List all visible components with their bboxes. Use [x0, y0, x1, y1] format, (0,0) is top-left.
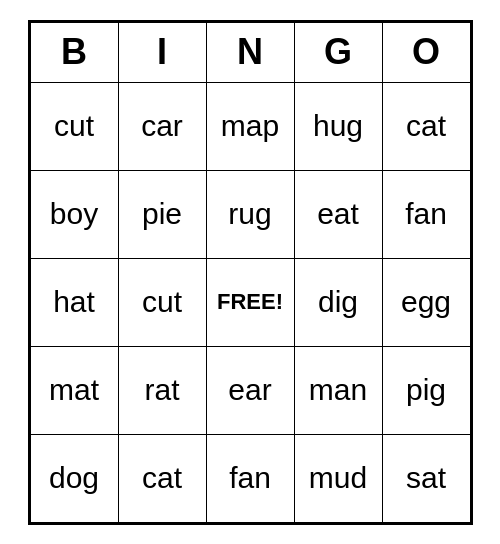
- cell-1-4: fan: [382, 170, 470, 258]
- cell-1-0: boy: [30, 170, 118, 258]
- header-i: I: [118, 22, 206, 82]
- bingo-card: B I N G O cut car map hug cat boy pie ru…: [28, 20, 473, 525]
- cell-0-4: cat: [382, 82, 470, 170]
- cell-2-4: egg: [382, 258, 470, 346]
- header-o: O: [382, 22, 470, 82]
- cell-3-4: pig: [382, 346, 470, 434]
- cell-3-2: ear: [206, 346, 294, 434]
- header-b: B: [30, 22, 118, 82]
- cell-2-3: dig: [294, 258, 382, 346]
- cell-1-3: eat: [294, 170, 382, 258]
- cell-0-2: map: [206, 82, 294, 170]
- cell-1-2: rug: [206, 170, 294, 258]
- table-row: hat cut FREE! dig egg: [30, 258, 470, 346]
- table-row: dog cat fan mud sat: [30, 434, 470, 522]
- cell-0-1: car: [118, 82, 206, 170]
- table-row: mat rat ear man pig: [30, 346, 470, 434]
- cell-4-4: sat: [382, 434, 470, 522]
- table-row: boy pie rug eat fan: [30, 170, 470, 258]
- header-row: B I N G O: [30, 22, 470, 82]
- cell-2-1: cut: [118, 258, 206, 346]
- cell-4-2: fan: [206, 434, 294, 522]
- cell-3-0: mat: [30, 346, 118, 434]
- cell-0-3: hug: [294, 82, 382, 170]
- header-n: N: [206, 22, 294, 82]
- cell-2-0: hat: [30, 258, 118, 346]
- cell-0-0: cut: [30, 82, 118, 170]
- bingo-table: B I N G O cut car map hug cat boy pie ru…: [30, 22, 471, 523]
- header-g: G: [294, 22, 382, 82]
- cell-4-0: dog: [30, 434, 118, 522]
- cell-4-3: mud: [294, 434, 382, 522]
- table-row: cut car map hug cat: [30, 82, 470, 170]
- cell-2-2: FREE!: [206, 258, 294, 346]
- cell-4-1: cat: [118, 434, 206, 522]
- cell-3-1: rat: [118, 346, 206, 434]
- cell-1-1: pie: [118, 170, 206, 258]
- cell-3-3: man: [294, 346, 382, 434]
